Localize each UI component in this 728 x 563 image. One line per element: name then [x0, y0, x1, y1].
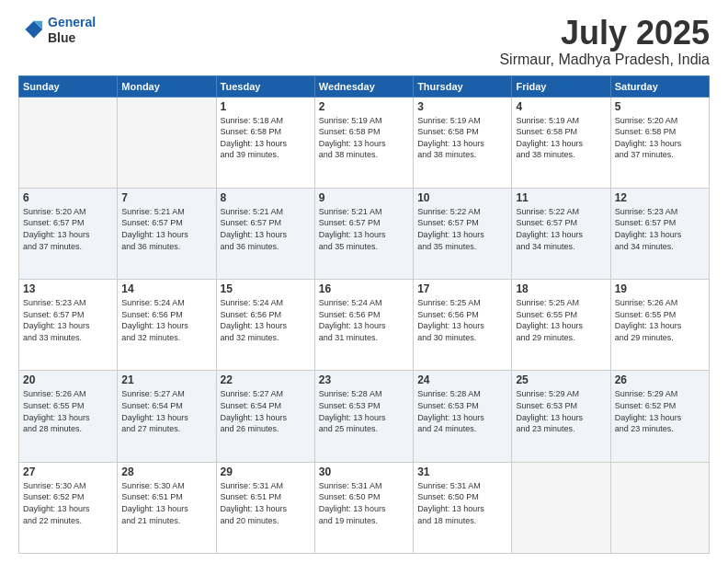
calendar-cell: 28Sunrise: 5:30 AM Sunset: 6:51 PM Dayli…: [118, 462, 216, 553]
col-thursday: Thursday: [414, 75, 512, 97]
day-number: 17: [417, 282, 507, 295]
day-number: 11: [516, 191, 606, 204]
day-info: Sunrise: 5:27 AM Sunset: 6:54 PM Dayligh…: [221, 388, 311, 434]
calendar-cell: 10Sunrise: 5:22 AM Sunset: 6:57 PM Dayli…: [414, 188, 512, 279]
calendar-cell: [610, 462, 709, 553]
col-sunday: Sunday: [19, 75, 118, 97]
col-friday: Friday: [512, 75, 610, 97]
calendar-body: 1Sunrise: 5:18 AM Sunset: 6:58 PM Daylig…: [19, 97, 710, 553]
calendar-cell: 17Sunrise: 5:25 AM Sunset: 6:56 PM Dayli…: [414, 280, 512, 371]
calendar-cell: 24Sunrise: 5:28 AM Sunset: 6:53 PM Dayli…: [414, 371, 512, 462]
calendar-week-row: 27Sunrise: 5:30 AM Sunset: 6:52 PM Dayli…: [19, 462, 710, 553]
day-number: 14: [121, 282, 211, 295]
day-info: Sunrise: 5:19 AM Sunset: 6:58 PM Dayligh…: [516, 115, 606, 161]
page: General Blue July 2025 Sirmaur, Madhya P…: [0, 0, 728, 563]
day-info: Sunrise: 5:25 AM Sunset: 6:55 PM Dayligh…: [516, 297, 606, 343]
main-title: July 2025: [499, 15, 710, 52]
col-tuesday: Tuesday: [216, 75, 314, 97]
day-number: 28: [121, 465, 211, 478]
calendar-cell: [19, 97, 118, 188]
day-number: 27: [23, 465, 113, 478]
calendar-cell: 15Sunrise: 5:24 AM Sunset: 6:56 PM Dayli…: [216, 280, 314, 371]
day-info: Sunrise: 5:31 AM Sunset: 6:51 PM Dayligh…: [221, 480, 311, 526]
day-number: 16: [319, 282, 409, 295]
header: General Blue July 2025 Sirmaur, Madhya P…: [18, 15, 710, 68]
calendar-cell: 29Sunrise: 5:31 AM Sunset: 6:51 PM Dayli…: [216, 462, 314, 553]
day-info: Sunrise: 5:27 AM Sunset: 6:54 PM Dayligh…: [121, 388, 211, 434]
col-wednesday: Wednesday: [314, 75, 413, 97]
day-info: Sunrise: 5:31 AM Sunset: 6:50 PM Dayligh…: [417, 480, 507, 526]
day-number: 23: [319, 373, 409, 386]
col-saturday: Saturday: [610, 75, 709, 97]
day-info: Sunrise: 5:23 AM Sunset: 6:57 PM Dayligh…: [615, 206, 705, 252]
calendar-cell: 7Sunrise: 5:21 AM Sunset: 6:57 PM Daylig…: [118, 188, 216, 279]
calendar-cell: 18Sunrise: 5:25 AM Sunset: 6:55 PM Dayli…: [512, 280, 610, 371]
day-info: Sunrise: 5:31 AM Sunset: 6:50 PM Dayligh…: [319, 480, 409, 526]
calendar-cell: 2Sunrise: 5:19 AM Sunset: 6:58 PM Daylig…: [314, 97, 413, 188]
calendar-cell: 22Sunrise: 5:27 AM Sunset: 6:54 PM Dayli…: [216, 371, 314, 462]
day-number: 21: [121, 373, 211, 386]
calendar-table: Sunday Monday Tuesday Wednesday Thursday…: [18, 75, 710, 554]
calendar-cell: 21Sunrise: 5:27 AM Sunset: 6:54 PM Dayli…: [118, 371, 216, 462]
day-number: 15: [221, 282, 311, 295]
day-info: Sunrise: 5:19 AM Sunset: 6:58 PM Dayligh…: [319, 115, 409, 161]
day-info: Sunrise: 5:30 AM Sunset: 6:51 PM Dayligh…: [121, 480, 211, 526]
day-number: 24: [417, 373, 507, 386]
day-info: Sunrise: 5:19 AM Sunset: 6:58 PM Dayligh…: [417, 115, 507, 161]
day-number: 12: [615, 191, 705, 204]
calendar-cell: 4Sunrise: 5:19 AM Sunset: 6:58 PM Daylig…: [512, 97, 610, 188]
day-number: 10: [417, 191, 507, 204]
day-number: 6: [23, 191, 113, 204]
calendar-cell: 3Sunrise: 5:19 AM Sunset: 6:58 PM Daylig…: [414, 97, 512, 188]
day-info: Sunrise: 5:20 AM Sunset: 6:58 PM Dayligh…: [615, 115, 705, 161]
calendar-week-row: 6Sunrise: 5:20 AM Sunset: 6:57 PM Daylig…: [19, 188, 710, 279]
day-info: Sunrise: 5:21 AM Sunset: 6:57 PM Dayligh…: [121, 206, 211, 252]
header-row: Sunday Monday Tuesday Wednesday Thursday…: [19, 75, 710, 97]
day-number: 19: [615, 282, 705, 295]
day-number: 22: [221, 373, 311, 386]
day-number: 29: [221, 465, 311, 478]
calendar-cell: 26Sunrise: 5:29 AM Sunset: 6:52 PM Dayli…: [610, 371, 709, 462]
calendar-header: Sunday Monday Tuesday Wednesday Thursday…: [19, 75, 710, 97]
day-info: Sunrise: 5:21 AM Sunset: 6:57 PM Dayligh…: [221, 206, 311, 252]
day-number: 25: [516, 373, 606, 386]
calendar-cell: 8Sunrise: 5:21 AM Sunset: 6:57 PM Daylig…: [216, 188, 314, 279]
calendar-cell: [118, 97, 216, 188]
calendar-cell: 12Sunrise: 5:23 AM Sunset: 6:57 PM Dayli…: [610, 188, 709, 279]
subtitle: Sirmaur, Madhya Pradesh, India: [499, 52, 710, 68]
day-info: Sunrise: 5:28 AM Sunset: 6:53 PM Dayligh…: [417, 388, 507, 434]
day-number: 20: [23, 373, 113, 386]
day-number: 4: [516, 100, 606, 113]
day-info: Sunrise: 5:23 AM Sunset: 6:57 PM Dayligh…: [23, 297, 113, 343]
day-number: 18: [516, 282, 606, 295]
calendar-cell: 20Sunrise: 5:26 AM Sunset: 6:55 PM Dayli…: [19, 371, 118, 462]
day-number: 3: [417, 100, 507, 113]
day-number: 26: [615, 373, 705, 386]
calendar-cell: 1Sunrise: 5:18 AM Sunset: 6:58 PM Daylig…: [216, 97, 314, 188]
day-number: 7: [121, 191, 211, 204]
calendar-cell: [512, 462, 610, 553]
calendar-cell: 14Sunrise: 5:24 AM Sunset: 6:56 PM Dayli…: [118, 280, 216, 371]
day-info: Sunrise: 5:26 AM Sunset: 6:55 PM Dayligh…: [615, 297, 705, 343]
calendar-cell: 30Sunrise: 5:31 AM Sunset: 6:50 PM Dayli…: [314, 462, 413, 553]
day-number: 8: [221, 191, 311, 204]
day-info: Sunrise: 5:22 AM Sunset: 6:57 PM Dayligh…: [417, 206, 507, 252]
calendar-cell: 19Sunrise: 5:26 AM Sunset: 6:55 PM Dayli…: [610, 280, 709, 371]
calendar-cell: 25Sunrise: 5:29 AM Sunset: 6:53 PM Dayli…: [512, 371, 610, 462]
calendar-cell: 23Sunrise: 5:28 AM Sunset: 6:53 PM Dayli…: [314, 371, 413, 462]
calendar-week-row: 1Sunrise: 5:18 AM Sunset: 6:58 PM Daylig…: [19, 97, 710, 188]
day-info: Sunrise: 5:24 AM Sunset: 6:56 PM Dayligh…: [121, 297, 211, 343]
day-info: Sunrise: 5:24 AM Sunset: 6:56 PM Dayligh…: [221, 297, 311, 343]
col-monday: Monday: [118, 75, 216, 97]
day-info: Sunrise: 5:30 AM Sunset: 6:52 PM Dayligh…: [23, 480, 113, 526]
day-info: Sunrise: 5:22 AM Sunset: 6:57 PM Dayligh…: [516, 206, 606, 252]
title-block: July 2025 Sirmaur, Madhya Pradesh, India: [499, 15, 710, 68]
logo-line1: General: [48, 15, 96, 29]
calendar-cell: 11Sunrise: 5:22 AM Sunset: 6:57 PM Dayli…: [512, 188, 610, 279]
day-info: Sunrise: 5:18 AM Sunset: 6:58 PM Dayligh…: [221, 115, 311, 161]
day-info: Sunrise: 5:29 AM Sunset: 6:52 PM Dayligh…: [615, 388, 705, 434]
calendar-cell: 6Sunrise: 5:20 AM Sunset: 6:57 PM Daylig…: [19, 188, 118, 279]
day-number: 13: [23, 282, 113, 295]
calendar-cell: 13Sunrise: 5:23 AM Sunset: 6:57 PM Dayli…: [19, 280, 118, 371]
day-number: 9: [319, 191, 409, 204]
